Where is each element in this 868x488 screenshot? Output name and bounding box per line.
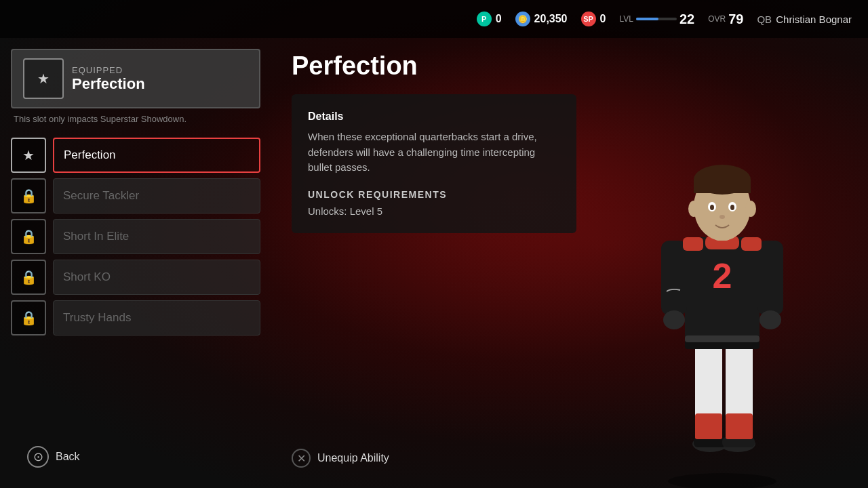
unequip-label: Unequip Ability — [317, 452, 389, 464]
equipped-ability-icon: ★ — [23, 58, 64, 99]
short-in-elite-lock-icon: 🔒 — [20, 228, 37, 245]
player-figure: 2 — [607, 81, 837, 488]
secure-tackler-name-box[interactable]: Secure Tackler — [53, 178, 260, 214]
c-icon: 🪙 — [515, 12, 530, 26]
ovr-value: 79 — [728, 12, 743, 27]
c-value: 20,350 — [534, 13, 568, 25]
svg-point-31 — [688, 201, 699, 217]
secure-tackler-lock-icon: 🔒 — [20, 188, 37, 204]
stat-p: P 0 — [477, 12, 502, 26]
svg-rect-17 — [757, 241, 783, 315]
equipped-star-icon: ★ — [37, 70, 50, 87]
equipped-info: EQUIPPED Perfection — [72, 65, 145, 93]
short-ko-label: Short KO — [63, 270, 111, 284]
perfection-name-box[interactable]: Perfection — [53, 138, 260, 173]
perfection-star-icon: ★ — [22, 147, 35, 163]
stat-sp: SP 0 — [581, 12, 606, 26]
short-in-elite-name-box[interactable]: Short In Elite — [53, 219, 260, 254]
svg-point-32 — [745, 201, 756, 217]
ovr-badge: OVR 79 — [708, 12, 743, 27]
player-area: 2 — [576, 38, 868, 488]
detail-panel: Perfection Details When these exceptiona… — [292, 38, 576, 488]
svg-point-19 — [760, 310, 781, 329]
ability-row-short-ko[interactable]: 🔒 Short KO — [11, 260, 260, 295]
short-in-elite-label: Short In Elite — [63, 230, 129, 243]
back-icon: ⊙ — [27, 446, 49, 468]
ability-row-secure-tackler[interactable]: 🔒 Secure Tackler — [11, 178, 260, 214]
svg-rect-21 — [741, 237, 762, 251]
unlock-section: UNLOCK REQUIREMENTS Unlocks: Level 5 — [308, 189, 560, 217]
level-progress-bar — [636, 18, 677, 20]
p-icon: P — [477, 12, 492, 26]
secure-tackler-icon-box: 🔒 — [11, 178, 46, 214]
ability-row-trusty-hands[interactable]: 🔒 Trusty Hands — [11, 300, 260, 336]
svg-rect-15 — [685, 336, 760, 342]
equipped-ability-name: Perfection — [72, 75, 145, 93]
perfection-icon-box: ★ — [11, 138, 46, 173]
ability-row-short-in-elite[interactable]: 🔒 Short In Elite — [11, 219, 260, 254]
stat-c: 🪙 20,350 — [515, 12, 568, 26]
p-value: 0 — [496, 13, 502, 25]
trusty-hands-label: Trusty Hands — [63, 311, 131, 325]
detail-description: When these exceptional quarterbacks star… — [308, 129, 560, 176]
slot-hint: This slot only impacts Superstar Showdow… — [11, 114, 260, 124]
unequip-action[interactable]: ✕ Unequip Ability — [292, 449, 389, 468]
unlock-value: Unlocks: Level 5 — [308, 205, 560, 217]
detail-title: Perfection — [292, 52, 576, 81]
svg-point-0 — [668, 473, 776, 488]
equipped-card: ★ EQUIPPED Perfection — [11, 49, 260, 108]
sp-value: 0 — [600, 13, 606, 25]
ovr-label: OVR — [708, 14, 726, 24]
unequip-icon: ✕ — [292, 449, 311, 468]
short-in-elite-icon-box: 🔒 — [11, 219, 46, 254]
svg-rect-9 — [695, 432, 722, 439]
svg-point-29 — [730, 205, 734, 210]
details-label: Details — [308, 110, 560, 123]
trusty-hands-icon-box: 🔒 — [11, 300, 46, 336]
svg-rect-16 — [661, 241, 687, 315]
lvl-label: LVL — [619, 14, 633, 24]
ability-list: ★ Perfection 🔒 Secure Tackler 🔒 Short In… — [11, 138, 260, 336]
secure-tackler-label: Secure Tackler — [63, 189, 139, 203]
svg-point-28 — [710, 205, 714, 210]
detail-card: Details When these exceptional quarterba… — [292, 94, 576, 233]
ability-row-perfection[interactable]: ★ Perfection — [11, 138, 260, 173]
svg-text:2: 2 — [713, 256, 732, 296]
svg-point-18 — [663, 310, 685, 329]
sp-icon: SP — [581, 12, 596, 26]
equipped-label: EQUIPPED — [72, 65, 145, 75]
left-panel: ★ EQUIPPED Perfection This slot only imp… — [0, 38, 271, 488]
player-info: QB Christian Bognar — [757, 14, 852, 25]
short-ko-name-box[interactable]: Short KO — [53, 260, 260, 295]
back-label: Back — [56, 451, 80, 463]
short-ko-lock-icon: 🔒 — [20, 269, 37, 285]
svg-rect-10 — [726, 432, 753, 439]
player-name: Christian Bognar — [776, 14, 852, 25]
short-ko-icon-box: 🔒 — [11, 260, 46, 295]
trusty-hands-name-box[interactable]: Trusty Hands — [53, 300, 260, 336]
top-bar: P 0 🪙 20,350 SP 0 LVL 22 OVR 79 QB Chris… — [0, 0, 868, 38]
level-progress-fill — [636, 18, 658, 20]
svg-rect-20 — [683, 237, 703, 251]
svg-rect-25 — [694, 180, 751, 193]
player-position: QB — [757, 14, 772, 25]
unlock-requirements-label: UNLOCK REQUIREMENTS — [308, 189, 560, 200]
back-button[interactable]: ⊙ Back — [27, 446, 80, 468]
level-value: 22 — [679, 12, 694, 27]
perfection-label: Perfection — [64, 148, 116, 162]
level-badge: LVL 22 — [619, 12, 694, 27]
trusty-hands-lock-icon: 🔒 — [20, 310, 37, 326]
svg-point-30 — [719, 215, 725, 219]
